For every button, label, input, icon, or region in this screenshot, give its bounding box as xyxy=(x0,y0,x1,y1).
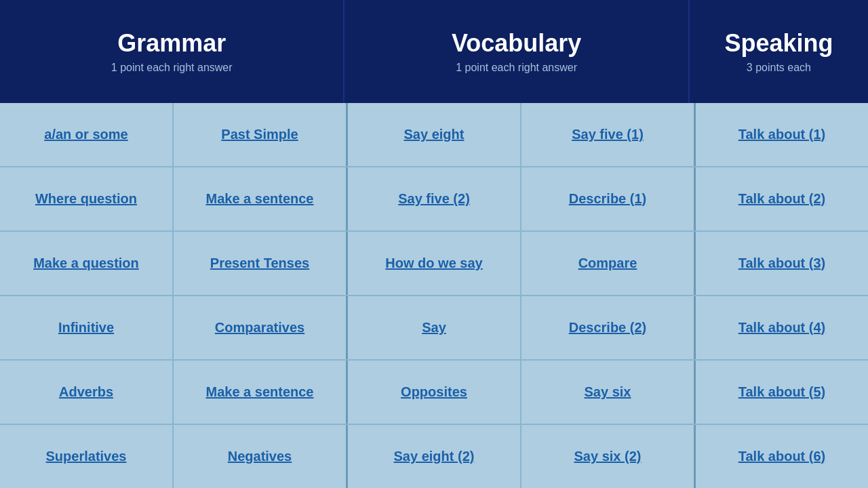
cell-link-r3-c0[interactable]: Infinitive xyxy=(52,317,121,339)
grammar-title: Grammar xyxy=(117,29,226,58)
grid-cell-r1-c1[interactable]: Make a sentence xyxy=(174,167,348,230)
grid-cell-r5-c4[interactable]: Talk about (6) xyxy=(696,425,868,488)
cell-link-r0-c1[interactable]: Past Simple xyxy=(214,123,304,146)
grid-body: a/an or somePast SimpleSay eightSay five… xyxy=(0,103,868,488)
grid-cell-r0-c2[interactable]: Say eight xyxy=(348,103,521,166)
cell-link-r2-c4[interactable]: Talk about (3) xyxy=(732,252,833,274)
speaking-title: Speaking xyxy=(724,29,833,58)
cell-link-r0-c4[interactable]: Talk about (1) xyxy=(732,123,833,146)
grid-cell-r2-c0[interactable]: Make a question xyxy=(0,232,174,295)
cell-link-r0-c3[interactable]: Say five (1) xyxy=(565,123,650,146)
grid-cell-r3-c4[interactable]: Talk about (4) xyxy=(696,296,868,359)
cell-link-r3-c2[interactable]: Say xyxy=(415,317,453,339)
grid-cell-r3-c3[interactable]: Describe (2) xyxy=(521,296,696,359)
cell-link-r2-c0[interactable]: Make a question xyxy=(26,252,146,274)
cell-link-r5-c3[interactable]: Say six (2) xyxy=(568,445,648,468)
cell-link-r4-c0[interactable]: Adverbs xyxy=(52,381,120,403)
grid-cell-r3-c2[interactable]: Say xyxy=(348,296,521,359)
grid-cell-r0-c0[interactable]: a/an or some xyxy=(0,103,174,166)
header: Grammar 1 point each right answer Vocabu… xyxy=(0,0,868,103)
grid-cell-r5-c0[interactable]: Superlatives xyxy=(0,425,174,488)
vocabulary-title: Vocabulary xyxy=(452,29,581,58)
vocabulary-subtitle: 1 point each right answer xyxy=(456,62,577,74)
cell-link-r1-c1[interactable]: Make a sentence xyxy=(199,188,321,210)
speaking-header-section: Speaking 3 points each xyxy=(690,0,868,103)
cell-link-r1-c2[interactable]: Say five (2) xyxy=(391,188,477,210)
grammar-subtitle: 1 point each right answer xyxy=(111,62,233,74)
grid-cell-r3-c0[interactable]: Infinitive xyxy=(0,296,174,359)
cell-link-r3-c3[interactable]: Describe (2) xyxy=(562,317,654,339)
cell-link-r3-c4[interactable]: Talk about (4) xyxy=(732,317,833,339)
main-container: Grammar 1 point each right answer Vocabu… xyxy=(0,0,868,488)
cell-link-r2-c1[interactable]: Present Tenses xyxy=(203,252,316,274)
cell-link-r5-c4[interactable]: Talk about (6) xyxy=(732,445,833,468)
grid-cell-r4-c0[interactable]: Adverbs xyxy=(0,361,174,424)
grid-cell-r2-c3[interactable]: Compare xyxy=(521,232,696,295)
cell-link-r4-c1[interactable]: Make a sentence xyxy=(199,381,321,403)
grid-cell-r1-c4[interactable]: Talk about (2) xyxy=(696,167,868,230)
cell-link-r4-c3[interactable]: Say six xyxy=(578,381,638,403)
cell-link-r2-c2[interactable]: How do we say xyxy=(378,252,489,274)
cell-link-r1-c4[interactable]: Talk about (2) xyxy=(732,188,833,210)
grid-cell-r1-c2[interactable]: Say five (2) xyxy=(348,167,521,230)
grid-cell-r3-c1[interactable]: Comparatives xyxy=(174,296,348,359)
grid-cell-r0-c3[interactable]: Say five (1) xyxy=(521,103,696,166)
cell-link-r0-c0[interactable]: a/an or some xyxy=(37,123,134,146)
grid-cell-r2-c4[interactable]: Talk about (3) xyxy=(696,232,868,295)
grid-cell-r0-c1[interactable]: Past Simple xyxy=(174,103,348,166)
grid-cell-r1-c0[interactable]: Where question xyxy=(0,167,174,230)
grid-cell-r4-c2[interactable]: Opposites xyxy=(348,361,521,424)
speaking-subtitle: 3 points each xyxy=(747,62,811,74)
cell-link-r1-c0[interactable]: Where question xyxy=(28,188,144,210)
grid-cell-r4-c3[interactable]: Say six xyxy=(521,361,696,424)
cell-link-r3-c1[interactable]: Comparatives xyxy=(208,317,311,339)
grid-cell-r5-c1[interactable]: Negatives xyxy=(174,425,348,488)
cell-link-r2-c3[interactable]: Compare xyxy=(572,252,644,274)
grid-cell-r0-c4[interactable]: Talk about (1) xyxy=(696,103,868,166)
cell-link-r1-c3[interactable]: Describe (1) xyxy=(562,188,654,210)
grid-cell-r5-c2[interactable]: Say eight (2) xyxy=(348,425,521,488)
table-row: a/an or somePast SimpleSay eightSay five… xyxy=(0,103,868,167)
grammar-header-section: Grammar 1 point each right answer xyxy=(0,0,344,103)
grid-cell-r4-c4[interactable]: Talk about (5) xyxy=(696,361,868,424)
cell-link-r0-c2[interactable]: Say eight xyxy=(397,123,471,146)
cell-link-r5-c1[interactable]: Negatives xyxy=(221,445,299,468)
table-row: SuperlativesNegativesSay eight (2)Say si… xyxy=(0,425,868,488)
grid-cell-r4-c1[interactable]: Make a sentence xyxy=(174,361,348,424)
grid-cell-r2-c1[interactable]: Present Tenses xyxy=(174,232,348,295)
cell-link-r5-c0[interactable]: Superlatives xyxy=(39,445,134,468)
vocabulary-header-section: Vocabulary 1 point each right answer xyxy=(344,0,689,103)
table-row: Make a questionPresent TensesHow do we s… xyxy=(0,232,868,296)
cell-link-r5-c2[interactable]: Say eight (2) xyxy=(387,445,481,468)
grid-cell-r2-c2[interactable]: How do we say xyxy=(348,232,521,295)
grid-cell-r1-c3[interactable]: Describe (1) xyxy=(521,167,696,230)
table-row: Where questionMake a sentenceSay five (2… xyxy=(0,167,868,232)
table-row: AdverbsMake a sentenceOppositesSay sixTa… xyxy=(0,361,868,425)
table-row: InfinitiveComparativesSayDescribe (2)Tal… xyxy=(0,296,868,361)
cell-link-r4-c4[interactable]: Talk about (5) xyxy=(732,381,833,403)
cell-link-r4-c2[interactable]: Opposites xyxy=(394,381,474,403)
grid-cell-r5-c3[interactable]: Say six (2) xyxy=(521,425,696,488)
